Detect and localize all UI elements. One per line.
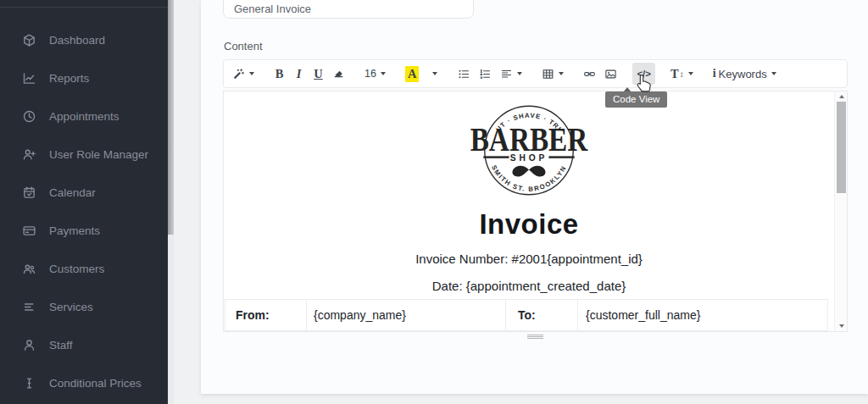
sidebar-item-reports[interactable]: Reports: [0, 59, 168, 97]
sidebar-item-label: Dashboard: [49, 34, 105, 47]
font-style-group: B I U: [270, 63, 349, 85]
paragraph-group: [453, 63, 526, 85]
font-size-value: 16: [364, 68, 376, 80]
clock-icon: [22, 109, 36, 124]
table-icon: [542, 68, 554, 80]
caret-down-icon: [688, 72, 693, 75]
style-group: [228, 63, 259, 85]
resize-grip-icon: [527, 335, 543, 339]
logo-bottom-arc-text: SMITH ST. BROOKLYN: [490, 164, 568, 194]
sidebar-divider: [0, 7, 168, 8]
table-button[interactable]: [537, 63, 568, 85]
font-size-button[interactable]: 16: [360, 63, 390, 85]
sidebar-item-label: Conditional Prices: [49, 377, 142, 390]
sidebar-item-user-role-manager[interactable]: User Role Manager: [0, 136, 168, 174]
code-group: </>: [632, 63, 655, 85]
scroll-down-arrow-icon[interactable]: [835, 321, 848, 331]
underline-button[interactable]: U: [309, 63, 328, 85]
bold-button[interactable]: B: [270, 63, 289, 85]
link-button[interactable]: [579, 63, 600, 85]
keywords-label: Keywords: [719, 68, 767, 80]
insert-group: [579, 63, 621, 85]
caret-down-icon: [432, 72, 437, 75]
editor-toolbar: B I U 16 A: [223, 59, 848, 88]
magic-wand-icon: [232, 68, 245, 80]
info-icon: i: [713, 67, 716, 80]
template-name-input[interactable]: [223, 0, 474, 19]
page-scrollbar-thumb[interactable]: [168, 0, 174, 235]
image-button[interactable]: [600, 63, 621, 85]
image-icon: [604, 68, 617, 80]
sidebar-item-label: User Role Manager: [49, 148, 148, 161]
user-icon: [22, 338, 36, 352]
sidebar-item-label: Staff: [49, 339, 73, 351]
sidebar-item-customers[interactable]: Customers: [0, 250, 168, 288]
text-cursor-icon: [22, 376, 36, 390]
up-down-arrow-icon: ↕: [680, 69, 684, 79]
sidebar-item-staff[interactable]: Staff: [0, 326, 168, 364]
editor-resize-handle[interactable]: [223, 333, 848, 340]
magic-style-button[interactable]: [228, 63, 259, 85]
table-group: [537, 63, 568, 85]
eraser-icon: [332, 68, 345, 80]
editor-content[interactable]: CUT · SHAVE · TRIM BARBER SHOP SMITH ST.…: [223, 91, 848, 332]
user-plus-icon: [22, 147, 36, 162]
from-to-table: From: {company_name} To: {customer_full_…: [225, 299, 828, 331]
sidebar-item-label: Calendar: [49, 186, 96, 199]
chart-line-icon: [22, 71, 36, 86]
caret-down-icon: [249, 72, 254, 75]
page-scrollbar[interactable]: [168, 0, 174, 404]
font-color-group: A: [401, 63, 442, 85]
link-icon: [583, 68, 596, 80]
caret-down-icon: [517, 72, 522, 75]
invoice-date-line: Date: {appointment_created_date}: [224, 279, 834, 293]
list-ul-icon: [458, 68, 470, 80]
to-value-cell: {customer_full_name}: [578, 300, 828, 331]
font-color-button[interactable]: A: [401, 63, 423, 85]
code-view-tooltip: Code View: [605, 91, 667, 108]
paragraph-align-button[interactable]: [496, 63, 526, 85]
box-icon: [22, 33, 36, 47]
keywords-group: i Keywords: [709, 63, 781, 85]
barber-shop-logo: CUT · SHAVE · TRIM BARBER SHOP SMITH ST.…: [459, 101, 599, 199]
editor-scrollbar-thumb[interactable]: [837, 102, 846, 193]
sidebar-nav: Dashboard Reports Appointments User Role…: [0, 21, 168, 402]
code-view-button[interactable]: </>: [632, 63, 655, 85]
list-icon: [22, 300, 36, 314]
table-row: From: {company_name} To: {customer_full_…: [225, 300, 828, 331]
italic-button[interactable]: I: [289, 63, 309, 85]
sidebar-item-conditional-prices[interactable]: Conditional Prices: [0, 364, 168, 402]
invoice-number-line: Invoice Number: #2001{appointment_id}: [224, 252, 834, 266]
caret-down-icon: [771, 72, 776, 75]
unordered-list-button[interactable]: [453, 63, 475, 85]
logo-sub-text: SHOP: [510, 153, 548, 163]
mustache-icon: [512, 166, 545, 177]
credit-card-icon: [22, 224, 36, 238]
editor-scrollbar[interactable]: [834, 91, 847, 331]
list-ol-icon: [479, 68, 492, 80]
font-color-dropdown-button[interactable]: [423, 63, 442, 85]
keywords-button[interactable]: i Keywords: [709, 63, 781, 85]
line-height-letter: T: [670, 67, 679, 81]
sidebar-item-services[interactable]: Services: [0, 288, 168, 326]
to-label-cell: To:: [506, 300, 578, 331]
invoice-preview: CUT · SHAVE · TRIM BARBER SHOP SMITH ST.…: [224, 91, 834, 331]
font-size-group: 16: [360, 63, 390, 85]
content-label: Content: [224, 40, 263, 53]
scroll-up-arrow-icon[interactable]: [835, 91, 848, 102]
sidebar-item-payments[interactable]: Payments: [0, 212, 168, 250]
sidebar-item-dashboard[interactable]: Dashboard: [0, 21, 168, 59]
line-height-button[interactable]: T ↕: [666, 63, 698, 85]
sidebar-item-calendar[interactable]: Calendar: [0, 174, 168, 212]
from-label-cell: From:: [225, 300, 307, 331]
line-height-group: T ↕: [666, 63, 698, 85]
clear-format-button[interactable]: [328, 63, 349, 85]
sidebar: Dashboard Reports Appointments User Role…: [0, 0, 168, 404]
caret-down-icon: [559, 72, 564, 75]
ordered-list-button[interactable]: [475, 63, 496, 85]
invoice-title: Invoice: [224, 208, 834, 241]
caret-down-icon: [381, 72, 386, 75]
align-left-icon: [500, 68, 513, 80]
sidebar-item-label: Reports: [49, 72, 89, 85]
sidebar-item-appointments[interactable]: Appointments: [0, 97, 168, 136]
